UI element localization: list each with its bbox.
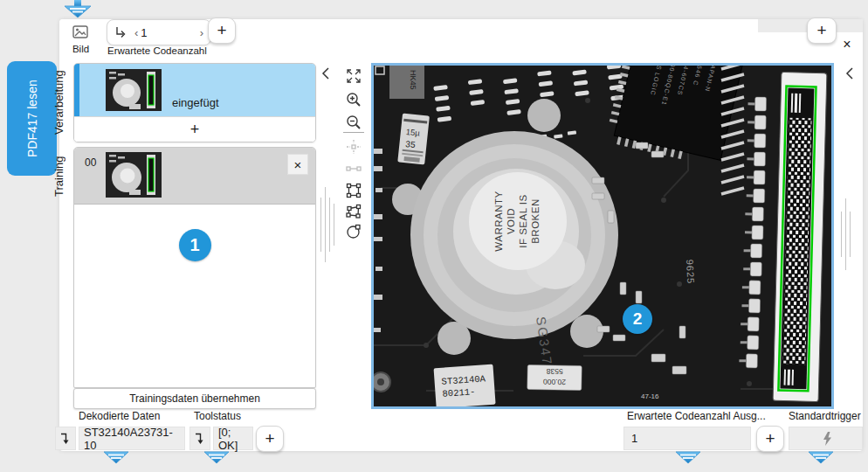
number-label: 20.000 5538 — [527, 364, 582, 390]
flow-connector-icon[interactable] — [203, 451, 230, 464]
section-label-training: Training — [52, 147, 70, 206]
part-number-label: ST32140A 80211- — [434, 364, 496, 406]
output-port-icon[interactable] — [55, 427, 76, 450]
svg-text:IF SEAL IS: IF SEAL IS — [518, 194, 528, 247]
close-icon[interactable]: × — [838, 36, 856, 53]
processing-item-selected[interactable]: eingefügt — [74, 64, 315, 116]
standard-trigger-button[interactable] — [789, 427, 863, 450]
step-badge-2: 2 — [623, 304, 652, 334]
flow-connector-icon[interactable] — [675, 451, 701, 464]
training-item-row[interactable]: 00 × — [74, 148, 315, 205]
expected-count-card: ‹ 1 › — [107, 19, 211, 45]
expected-count-value[interactable]: 1 — [141, 26, 147, 39]
svg-text:15µ: 15µ — [405, 127, 421, 138]
zoom-in-icon[interactable] — [344, 90, 363, 109]
zoom-out-icon[interactable] — [344, 113, 363, 132]
expected-count-output-label: Erwartete Codeanzahl Ausg... — [627, 410, 766, 422]
remove-training-item-icon[interactable]: × — [287, 154, 308, 175]
svg-text:20.000: 20.000 — [543, 378, 566, 386]
toolstatus-label: Toolstatus — [194, 410, 241, 422]
marking-9625: 9625 — [685, 259, 696, 284]
circle-roi-icon[interactable] — [344, 222, 363, 241]
pcb-photo: HK45 15µ 35 W — [374, 66, 831, 406]
marking-47-16: 47-16 — [641, 392, 659, 400]
corner-arrow-icon — [114, 25, 128, 40]
svg-text:VOID: VOID — [506, 208, 516, 234]
svg-text:5538: 5538 — [546, 367, 562, 376]
expected-count-output-value[interactable]: 1 — [623, 427, 751, 450]
flow-connector-top-icon[interactable] — [63, 0, 93, 18]
output-port-icon[interactable] — [189, 427, 210, 450]
image-icon — [72, 24, 89, 40]
rect-roi-icon[interactable] — [344, 181, 363, 200]
processing-panel: eingefügt + — [73, 63, 316, 142]
toolbar-divider — [343, 132, 364, 133]
toolstatus-value: [0; OK] — [213, 427, 253, 450]
flow-connector-icon[interactable] — [808, 451, 834, 464]
training-panel: 00 × 1 — [73, 147, 316, 388]
lightning-icon — [820, 431, 832, 447]
point-roi-icon[interactable] — [344, 137, 363, 156]
add-output-button[interactable]: + — [756, 426, 784, 452]
fit-to-view-icon[interactable] — [344, 66, 363, 86]
capacitor: 15µ 35 — [397, 113, 430, 164]
tab-bild[interactable]: Bild — [59, 19, 102, 59]
line-roi-icon[interactable] — [344, 159, 363, 178]
standard-trigger-label: Standardtrigger — [789, 410, 861, 422]
thumbnail-image — [106, 152, 162, 198]
decoded-data-value: ST32140A23731-10 — [79, 427, 185, 450]
image-viewer[interactable]: HK45 15µ 35 W — [371, 63, 834, 409]
processing-item-label: eingefügt — [172, 96, 219, 109]
svg-text:35: 35 — [405, 139, 417, 149]
selection-accent-bar — [74, 64, 79, 116]
processing-add-row[interactable]: + — [74, 116, 315, 142]
add-view-button[interactable]: + — [807, 17, 837, 44]
apply-training-data-button[interactable]: Trainingsdaten übernehmen — [73, 388, 316, 409]
quad-roi-icon[interactable] — [344, 202, 363, 221]
barcode-label — [773, 72, 827, 401]
tab-bild-label: Bild — [59, 44, 102, 54]
stepper-increment[interactable]: › — [197, 26, 206, 39]
flow-connector-icon[interactable] — [103, 451, 129, 464]
stepper-decrement[interactable]: ‹ — [132, 26, 141, 39]
svg-text:BROKEN: BROKEN — [530, 198, 541, 244]
tool-tab-pdf417[interactable]: PDF417 lesen — [7, 61, 57, 176]
left-splitter-grip[interactable] — [320, 186, 334, 263]
svg-text:WARRANTY: WARRANTY — [493, 191, 504, 251]
step-badge-1: 1 — [179, 229, 211, 261]
decoded-data-label: Dekodierte Daten — [79, 410, 160, 422]
section-label-verarbeitung: Verarbeitung — [52, 63, 70, 142]
training-item-index: 00 — [85, 156, 96, 169]
expected-count-label: Erwartete Codeanzahl — [107, 45, 207, 56]
add-output-button[interactable]: + — [256, 426, 284, 452]
collapse-right-panel-icon[interactable] — [844, 66, 856, 80]
add-parameter-button[interactable]: + — [208, 17, 236, 44]
training-body: 1 — [74, 205, 315, 261]
svg-text:HK45: HK45 — [409, 70, 417, 90]
thumbnail-image — [106, 69, 162, 111]
right-splitter-grip[interactable] — [841, 198, 851, 271]
collapse-left-panel-icon[interactable] — [320, 66, 332, 80]
